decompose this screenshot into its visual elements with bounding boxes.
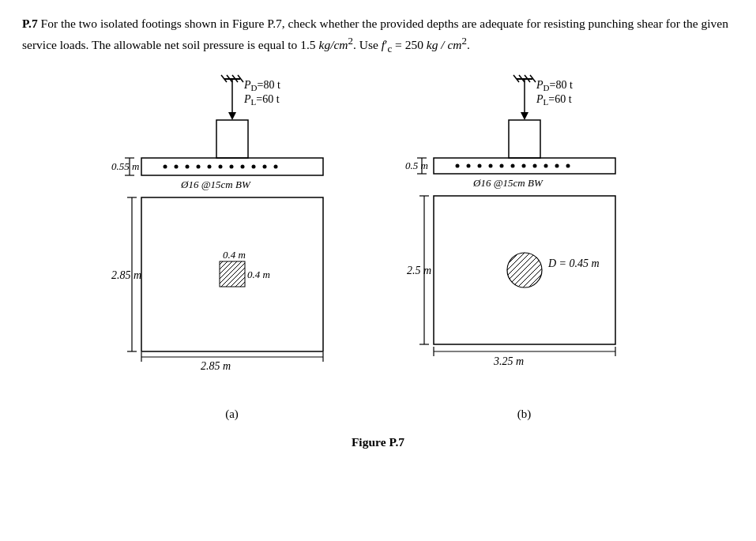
figure-a-svg: PD=80 t PL=60 t 0.55 m bbox=[110, 71, 355, 403]
svg-point-16 bbox=[207, 165, 211, 169]
svg-point-18 bbox=[229, 165, 233, 169]
fig-b-rebar: Ø16 @15cm BW bbox=[472, 177, 543, 189]
figure-caption: Figure P.7 bbox=[22, 435, 734, 449]
svg-point-47 bbox=[499, 164, 503, 168]
svg-point-48 bbox=[510, 164, 514, 168]
fig-b-footing-height: 2.5 m bbox=[407, 265, 431, 276]
problem-number: P.7 bbox=[22, 17, 38, 30]
fig-b-label: (b) bbox=[517, 408, 532, 421]
svg-point-46 bbox=[488, 164, 492, 168]
problem-body: For the two isolated footings shown in F… bbox=[22, 17, 728, 51]
svg-point-49 bbox=[521, 164, 525, 168]
svg-point-20 bbox=[251, 165, 255, 169]
svg-point-44 bbox=[466, 164, 470, 168]
svg-point-17 bbox=[218, 165, 222, 169]
problem-statement: P.7 For the two isolated footings shown … bbox=[22, 14, 734, 57]
svg-point-22 bbox=[273, 165, 277, 169]
fig-a-col-size-right: 0.4 m bbox=[247, 269, 270, 280]
svg-point-12 bbox=[163, 165, 167, 169]
svg-point-55 bbox=[507, 253, 542, 287]
svg-rect-38 bbox=[509, 120, 540, 158]
fig-a-footing-width: 2.85 m bbox=[201, 360, 231, 372]
figures-row: PD=80 t PL=60 t 0.55 m bbox=[22, 71, 734, 421]
fig-a-col-size-top: 0.4 m bbox=[223, 249, 246, 261]
svg-point-45 bbox=[477, 164, 481, 168]
svg-point-14 bbox=[185, 165, 189, 169]
svg-point-19 bbox=[240, 165, 244, 169]
figure-b-svg: PD=80 t PL=60 t 0.5 m bbox=[402, 71, 647, 403]
fig-b-pd-label: PD=80 t bbox=[536, 79, 573, 92]
fig-a-depth: 0.55 m bbox=[111, 160, 139, 172]
fig-a-pl-label: PL=60 t bbox=[243, 93, 280, 107]
svg-point-50 bbox=[532, 164, 536, 168]
fig-b-footing-width: 3.25 m bbox=[493, 355, 524, 367]
fig-a-pd-label: PD=80 t bbox=[243, 79, 280, 92]
svg-point-43 bbox=[455, 164, 459, 168]
fig-b-pl-label: PL=60 t bbox=[536, 93, 572, 107]
svg-point-13 bbox=[174, 165, 178, 169]
svg-point-21 bbox=[262, 165, 266, 169]
figure-a-container: PD=80 t PL=60 t 0.55 m bbox=[110, 71, 355, 421]
svg-point-53 bbox=[566, 164, 570, 168]
svg-point-15 bbox=[196, 165, 200, 169]
fig-a-footing-height: 2.85 m bbox=[111, 269, 141, 281]
svg-rect-24 bbox=[220, 261, 245, 287]
svg-point-52 bbox=[555, 164, 559, 168]
figure-b-container: PD=80 t PL=60 t 0.5 m bbox=[402, 71, 647, 421]
svg-point-51 bbox=[543, 164, 547, 168]
svg-marker-1 bbox=[228, 112, 236, 120]
fig-a-label: (a) bbox=[225, 408, 239, 421]
svg-marker-32 bbox=[521, 112, 528, 120]
fig-a-rebar: Ø16 @15cm BW bbox=[180, 178, 251, 190]
fig-b-col-diam: D = 0.45 m bbox=[547, 257, 600, 269]
svg-rect-7 bbox=[216, 120, 248, 158]
fig-b-depth: 0.5 m bbox=[405, 160, 428, 171]
